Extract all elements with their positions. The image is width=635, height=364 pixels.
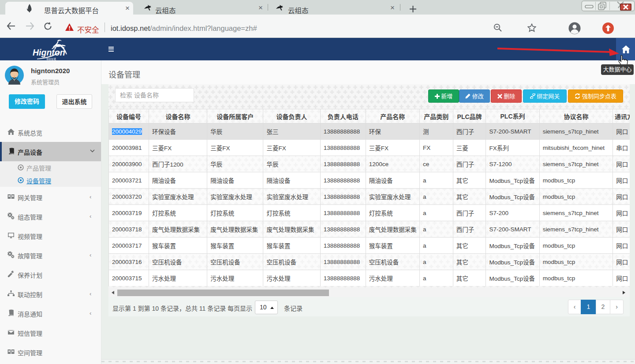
svg-text:Hignton: Hignton bbox=[33, 48, 65, 57]
svg-text:华辰智通: 华辰智通 bbox=[46, 57, 56, 60]
